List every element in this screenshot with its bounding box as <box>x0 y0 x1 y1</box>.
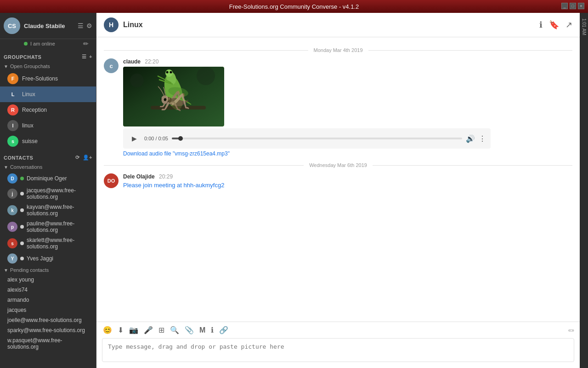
pending-contact-item[interactable]: jacques <box>0 305 96 315</box>
pending-name: armando <box>7 297 29 303</box>
pending-contact-item[interactable]: joelle@www.free-solutions.org <box>0 315 96 325</box>
contact-item[interactable]: s skarlett@www.free-solutions.org <box>0 235 96 252</box>
message-input[interactable] <box>102 338 574 362</box>
info-icon[interactable]: ℹ <box>539 20 543 30</box>
share-icon[interactable]: ↗ <box>565 20 572 30</box>
contact-item[interactable]: Y Yves Jaggi <box>0 252 96 265</box>
group-name: linux <box>22 122 34 129</box>
pending-name: alexis74 <box>7 287 28 293</box>
contacts-section[interactable]: CONTACTS ⟳ 👤+ <box>0 151 96 162</box>
status-dot <box>24 42 28 46</box>
contact-avatar: Y <box>7 253 17 264</box>
groupchats-label: GROUPCHATS <box>4 54 41 60</box>
download-icon[interactable]: ⬇ <box>117 325 124 335</box>
groupchats-menu-icon[interactable]: ☰ <box>82 54 87 60</box>
chat-header-avatar: H <box>104 17 119 32</box>
groupchats-add-icon[interactable]: + <box>89 54 92 60</box>
edit-status-icon[interactable]: ✏ <box>83 40 92 47</box>
sidebar-item-linux[interactable]: L Linux <box>0 86 96 102</box>
msg-author-2: Dele Olajide <box>123 173 155 180</box>
pending-contacts-header[interactable]: ▼ Pending contacts <box>0 265 96 275</box>
toolbar-expand[interactable]: «» <box>568 327 574 334</box>
group-name: Linux <box>22 91 35 98</box>
audio-progress[interactable] <box>172 138 462 139</box>
group-avatar: s <box>7 136 18 147</box>
audio-volume-icon[interactable]: 🔊 <box>466 134 475 143</box>
contact-presence <box>20 177 24 180</box>
group-avatar: L <box>7 89 18 100</box>
grid-icon[interactable]: ⊞ <box>158 325 165 335</box>
group-avatar: R <box>7 104 18 115</box>
image-icon[interactable]: 📷 <box>128 325 139 335</box>
pending-name: w.pasquet@www.free-solutions.org <box>7 337 92 350</box>
app-title: Free-Solutions.org Community Converse - … <box>229 3 359 10</box>
contacts-icons[interactable]: ⟳ 👤+ <box>75 155 92 161</box>
audio-download-link[interactable]: Download audio file "vmsg-zrz615ea4.mp3" <box>123 150 572 157</box>
groupchats-icons[interactable]: ☰ + <box>82 54 92 60</box>
contact-item[interactable]: p pauline@www.free-solutions.org <box>0 218 96 235</box>
conversations-header[interactable]: ▼ Conversations <box>0 162 96 172</box>
group-name: suisse <box>22 138 38 144</box>
link-icon[interactable]: 🔗 <box>218 325 229 335</box>
pending-contact-item[interactable]: alexis74 <box>0 285 96 295</box>
titlebar-controls[interactable]: _ □ × <box>561 3 584 9</box>
menu-icon[interactable]: ☰ <box>78 22 84 29</box>
message-row: c claude 22:20 <box>104 58 572 157</box>
format-icon[interactable]: M <box>198 325 206 335</box>
open-groupchats-label: Open Groupchats <box>10 63 50 69</box>
msg-text: Please join meeting at hhh-aukmyfcg2 <box>123 182 572 189</box>
chat-header-icons[interactable]: ℹ 🔖 ↗ <box>539 20 572 30</box>
pending-contact-item[interactable]: alex young <box>0 275 96 285</box>
sidebar: CS Claude Stabile ☰ ⚙ I am online ✏ GROU… <box>0 13 96 368</box>
contact-item[interactable]: k kayvan@www.free-solutions.org <box>0 202 96 218</box>
svg-line-7 <box>159 80 173 84</box>
group-list: F Free-Solutions L Linux R Reception l l… <box>0 71 96 149</box>
sidebar-item-free-solutions[interactable]: F Free-Solutions <box>0 71 96 86</box>
meeting-link[interactable]: Please join meeting at hhh-aukmyfcg2 <box>123 182 224 189</box>
avatar: CS <box>4 17 20 34</box>
sidebar-item-suisse[interactable]: s suisse <box>0 133 96 149</box>
pending-name: sparky@www.free-solutions.org <box>7 327 85 334</box>
audio-icon[interactable]: 🎤 <box>143 325 154 335</box>
messages-area[interactable]: Monday Mar 4th 2019 c claude 22:20 <box>96 37 580 322</box>
contacts-add-icon[interactable]: 👤+ <box>83 155 92 161</box>
audio-progress-fill <box>172 138 181 139</box>
group-name: Reception <box>22 107 47 113</box>
emoji-icon[interactable]: 😊 <box>102 325 113 335</box>
msg-author-time: claude 22:20 <box>123 58 572 65</box>
contact-presence <box>20 257 24 260</box>
bookmark-icon[interactable]: 🔖 <box>549 20 559 30</box>
pending-contact-item[interactable]: sparky@www.free-solutions.org <box>0 325 96 335</box>
status-text: I am online <box>30 41 55 46</box>
pending-contact-item[interactable]: armando <box>0 295 96 305</box>
group-avatar: F <box>7 73 18 84</box>
msg-content: claude 22:20 <box>123 58 572 157</box>
groupchats-section[interactable]: GROUPCHATS ☰ + <box>0 50 96 62</box>
attach-icon[interactable]: 📎 <box>184 325 195 335</box>
minimize-button[interactable]: _ <box>561 3 568 9</box>
contacts-refresh-icon[interactable]: ⟳ <box>75 155 80 161</box>
maximize-button[interactable]: □ <box>570 3 576 9</box>
user-icons[interactable]: ☰ ⚙ <box>78 22 92 29</box>
sidebar-item-reception[interactable]: R Reception <box>0 102 96 118</box>
audio-play-button[interactable]: ▶ <box>128 132 141 145</box>
audio-player: ▶ 0:00 / 0:05 🔊 ⋮ <box>123 128 491 149</box>
svg-line-9 <box>177 97 191 104</box>
pending-arrow: ▼ <box>4 268 8 273</box>
search-icon[interactable]: 🔍 <box>169 325 180 335</box>
sidebar-item-linux[interactable]: l linux <box>0 118 96 133</box>
contact-item[interactable]: j jacques@www.free-solutions.org <box>0 185 96 202</box>
close-button[interactable]: × <box>578 3 584 9</box>
app-container: CS Claude Stabile ☰ ⚙ I am online ✏ GROU… <box>0 13 588 368</box>
date-separator-1: Monday Mar 4th 2019 <box>104 47 572 53</box>
svg-point-5 <box>170 71 172 74</box>
settings-icon[interactable]: ⚙ <box>86 22 92 29</box>
pending-contact-item[interactable]: w.pasquet@www.free-solutions.org <box>0 335 96 352</box>
info-toolbar-icon[interactable]: ℹ <box>210 325 215 335</box>
input-toolbar: 😊 ⬇ 📷 🎤 ⊞ 🔍 📎 M ℹ 🔗 «» <box>96 322 580 338</box>
open-groupchats-header[interactable]: ▼ Open Groupchats <box>0 62 96 71</box>
main-content: H Linux ℹ 🔖 ↗ Monday Mar 4th 2019 c clau… <box>96 13 580 368</box>
contact-item[interactable]: D Dominique Oger <box>0 172 96 185</box>
conversations-label: Conversations <box>10 164 42 170</box>
audio-more-icon[interactable]: ⋮ <box>479 134 486 143</box>
